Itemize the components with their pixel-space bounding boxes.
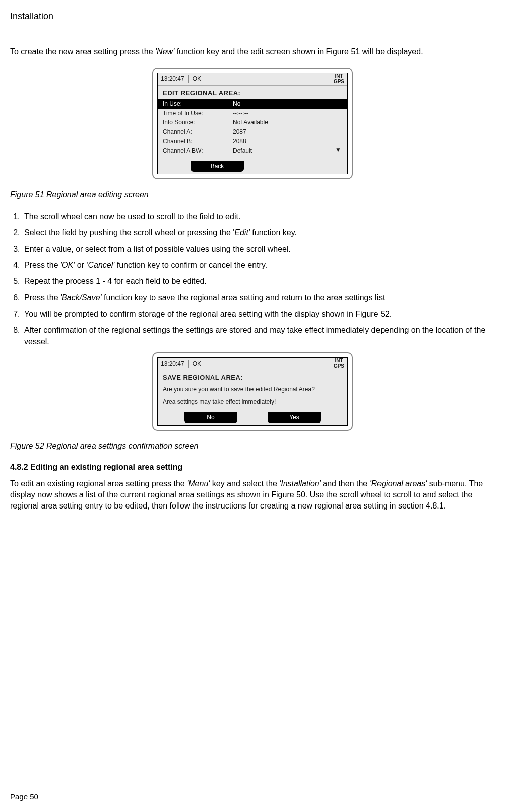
section-4-8-2-heading: 4.8.2 Editing an existing regional area … [10, 462, 495, 473]
step-text: function key. [250, 228, 297, 237]
p-text: and then the [321, 479, 370, 488]
p-key: 'Menu' [187, 479, 210, 488]
list-item[interactable]: Info Source: Not Available [158, 118, 347, 127]
page-header: Installation [10, 10, 495, 23]
row-value: --:--:-- [233, 109, 342, 118]
step-item: Select the field by pushing the scroll w… [22, 227, 495, 238]
device-status: OK [193, 360, 201, 368]
device-button-row: No Yes [158, 410, 347, 426]
row-label: Channel A: [163, 128, 233, 136]
step-item: You will be prompted to confirm storage … [22, 309, 495, 320]
status-gps: GPS [334, 79, 344, 84]
status-int: INT [334, 73, 344, 79]
device-status-right: INT GPS [334, 73, 344, 84]
step-item: The scroll wheel can now be used to scro… [22, 211, 495, 222]
confirm-line-2: Area settings may take effect immediatel… [158, 396, 347, 409]
list-item[interactable]: Time of In Use: --:--:-- [158, 109, 347, 118]
row-label: Time of In Use: [163, 109, 233, 118]
row-value: 2088 [233, 137, 342, 146]
step-item: After confirmation of the regional setti… [22, 325, 495, 347]
step-text: After confirmation of the regional setti… [24, 326, 485, 345]
figure-51-caption: Figure 51 Regional area editing screen [10, 189, 495, 200]
p-text: To edit an existing regional area settin… [10, 479, 187, 488]
row-value: No [233, 99, 342, 108]
step-text: Enter a value, or select from a list of … [24, 245, 291, 253]
step-text: Repeat the process 1 - 4 for each field … [24, 277, 207, 285]
list-item[interactable]: Channel A: 2087 [158, 127, 347, 137]
device-heading: EDIT REGIONAL AREA: [158, 86, 347, 99]
device-time: 13:20:47 [161, 75, 189, 83]
step-text: Select the field by pushing the scroll w… [24, 228, 234, 237]
device-top-bar: 13:20:47 OK INT GPS [158, 358, 347, 370]
header-rule [10, 26, 495, 26]
list-item[interactable]: Channel B: 2088 [158, 137, 347, 146]
step-text: The scroll wheel can now be used to scro… [24, 212, 240, 221]
step-item: Press the 'OK' or 'Cancel' function key … [22, 260, 495, 271]
figure-52-caption: Figure 52 Regional area settings confirm… [10, 441, 495, 452]
device-inner: 13:20:47 OK INT GPS EDIT REGIONAL AREA: … [157, 73, 348, 175]
list-item[interactable]: Channel A BW: Default [158, 146, 347, 156]
back-button[interactable]: Back [191, 161, 244, 172]
p-key: 'Regional areas' [370, 479, 427, 488]
page-number: Page 50 [10, 791, 495, 802]
row-value: Default [233, 147, 342, 155]
row-label: Channel B: [163, 137, 233, 146]
intro-post: function key and the edit screen shown i… [174, 47, 423, 56]
p-key: 'Installation' [279, 479, 321, 488]
row-value: Not Available [233, 118, 342, 127]
row-label: In Use: [163, 99, 233, 108]
status-gps: GPS [334, 363, 344, 369]
confirm-line-1: Are you sure you want to save the edited… [158, 383, 347, 396]
status-int: INT [334, 358, 344, 363]
step-text: Press the [24, 261, 60, 269]
step-item: Press the 'Back/Save' function key to sa… [22, 292, 495, 303]
step-text: You will be prompted to confirm storage … [24, 310, 392, 318]
row-label: Info Source: [163, 118, 233, 127]
list-item[interactable]: In Use: No [158, 99, 347, 109]
section-4-8-2-paragraph: To edit an existing regional area settin… [10, 478, 495, 512]
device-button-row: Back [158, 159, 347, 175]
step-text: or [75, 261, 86, 269]
footer-rule [10, 784, 495, 784]
device-status-right: INT GPS [334, 358, 344, 369]
step-key: 'Cancel' [86, 261, 114, 269]
device-status: OK [193, 75, 201, 83]
device-heading: SAVE REGIONAL AREA: [158, 370, 347, 383]
no-button[interactable]: No [184, 412, 237, 423]
intro-key: 'New' [155, 47, 174, 56]
device-top-bar: 13:20:47 OK INT GPS [158, 73, 347, 86]
row-label: Channel A BW: [163, 147, 233, 155]
step-text: function key to save the regional area s… [102, 293, 385, 302]
page-footer: Page 50 [10, 784, 495, 802]
row-value: 2087 [233, 128, 342, 136]
p-text: key and select the [210, 479, 279, 488]
step-item: Enter a value, or select from a list of … [22, 244, 495, 255]
device-time: 13:20:47 [161, 360, 189, 368]
step-text: Press the [24, 293, 60, 302]
device-screen-save: 13:20:47 OK INT GPS SAVE REGIONAL AREA: … [152, 352, 353, 431]
steps-list: The scroll wheel can now be used to scro… [22, 211, 495, 348]
intro-pre: To create the new area setting press the [10, 47, 155, 56]
scroll-down-icon[interactable]: ▼ [335, 146, 341, 154]
yes-button[interactable]: Yes [268, 412, 321, 423]
intro-paragraph: To create the new area setting press the… [10, 46, 495, 57]
step-text: function key to confirm or cancel the en… [114, 261, 267, 269]
device-inner: 13:20:47 OK INT GPS SAVE REGIONAL AREA: … [157, 357, 348, 426]
step-key: 'Back/Save' [60, 293, 102, 302]
device-list: In Use: No Time of In Use: --:--:-- Info… [158, 99, 347, 158]
device-screen-edit: 13:20:47 OK INT GPS EDIT REGIONAL AREA: … [152, 68, 353, 180]
step-key: 'OK' [60, 261, 75, 269]
step-key: Edit' [234, 228, 250, 237]
step-item: Repeat the process 1 - 4 for each field … [22, 276, 495, 287]
